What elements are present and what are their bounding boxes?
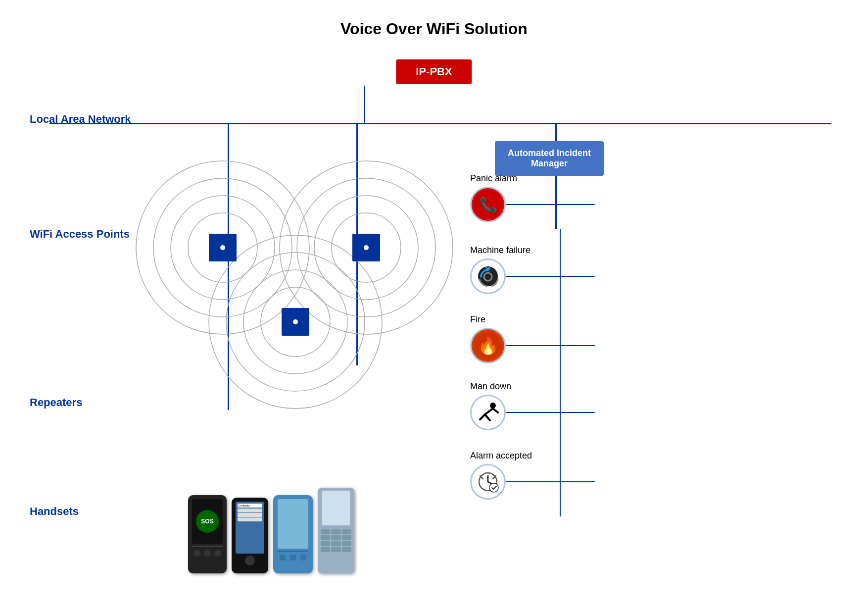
handset-1: SOS	[188, 495, 228, 574]
incident-connector-line	[560, 229, 561, 516]
fire-label: Fire	[470, 314, 595, 325]
man-down-block: Man down	[470, 381, 595, 430]
svg-line-21	[480, 414, 485, 419]
man-down-label: Man down	[470, 381, 595, 392]
handsets-label: Handsets	[30, 505, 79, 518]
alarm-accepted-block: Alarm accepted	[470, 451, 595, 500]
handset-2: Contacts	[232, 498, 269, 574]
aim-box: Automated IncidentManager	[495, 141, 604, 176]
handsets-row: SOS Contacts	[188, 488, 355, 574]
panic-alarm-icon: 📞	[470, 187, 506, 222]
panic-alarm-label: Panic alarm	[470, 173, 595, 184]
svg-line-24	[489, 409, 493, 411]
handset-3	[273, 495, 314, 574]
alarm-accepted-icon	[470, 464, 506, 500]
machine-failure-icon	[470, 258, 506, 294]
svg-point-13	[220, 245, 225, 250]
svg-point-15	[364, 245, 369, 250]
lan-label: Local Area Network	[30, 113, 131, 126]
machine-failure-block: Machine failure	[470, 245, 595, 294]
fire-block: Fire 🔥	[470, 314, 595, 363]
diagram-area: IP-PBX Local Area Network WiFi Access Po…	[0, 40, 868, 614]
lan-line	[49, 123, 831, 124]
page-title: Voice Over WiFi Solution	[0, 0, 868, 38]
svg-line-22	[485, 414, 490, 420]
fire-line	[506, 345, 595, 346]
ip-pbx-box: IP-PBX	[396, 59, 472, 84]
svg-point-17	[293, 319, 298, 324]
machine-failure-label: Machine failure	[470, 245, 595, 256]
machine-failure-line	[506, 276, 595, 277]
panic-alarm-line	[506, 204, 595, 205]
svg-line-27	[488, 482, 492, 484]
alarm-accepted-line	[506, 481, 595, 482]
man-down-icon	[470, 395, 506, 430]
handset-4	[318, 488, 355, 574]
fire-icon: 🔥	[470, 328, 506, 363]
svg-point-30	[489, 483, 498, 492]
ippbx-connector-line	[364, 86, 365, 124]
wifi-diagram	[74, 129, 450, 456]
panic-alarm-block: Panic alarm 📞	[470, 173, 595, 222]
alarm-accepted-label: Alarm accepted	[470, 451, 595, 461]
man-down-line	[506, 412, 595, 413]
